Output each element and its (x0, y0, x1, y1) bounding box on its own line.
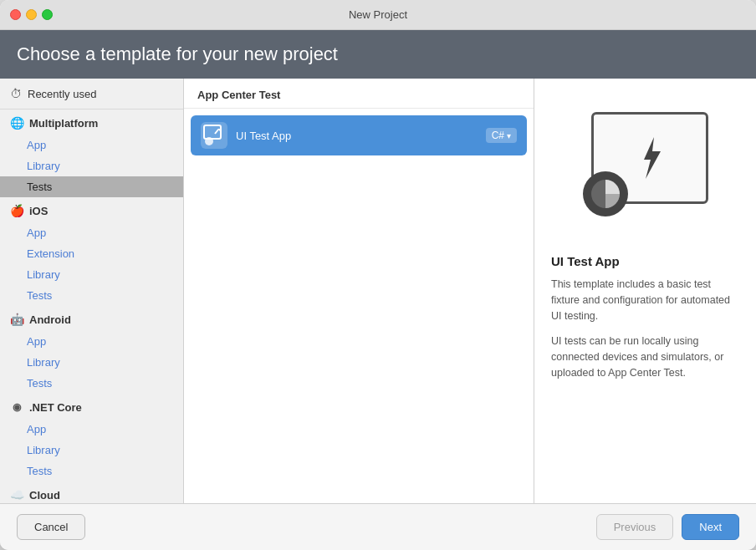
globe-icon: 🌐 (10, 116, 23, 130)
preview-title: UI Test App (551, 254, 739, 268)
minimize-button[interactable] (26, 9, 37, 20)
sidebar: ⏱ Recently used 🌐 Multiplatform App Libr… (0, 79, 184, 503)
sidebar-item-dotnet-tests[interactable]: Tests (0, 461, 183, 481)
sidebar-category-dotnet-label: .NET Core (29, 401, 82, 414)
sidebar-item-dotnet-library[interactable]: Library (0, 440, 183, 461)
window-title: New Project (349, 8, 407, 21)
cloud-icon: ☁️ (10, 488, 23, 502)
cancel-button[interactable]: Cancel (17, 514, 85, 540)
sidebar-category-ios-label: iOS (29, 205, 48, 217)
next-button[interactable]: Next (682, 514, 739, 540)
clock-icon: ⏱ (10, 87, 22, 100)
sidebar-category-multiplatform[interactable]: 🌐 Multiplatform (0, 109, 183, 135)
android-icon: 🤖 (10, 313, 23, 326)
center-panel: App Center Test UI Test App C (184, 79, 534, 503)
sidebar-item-android-library[interactable]: Library (0, 352, 183, 373)
preview-container (583, 112, 708, 221)
sidebar-category-multiplatform-label: Multiplatform (29, 117, 98, 130)
lang-badge-csharp[interactable]: C# ▾ (486, 128, 517, 143)
sidebar-category-android[interactable]: 🤖 Android (0, 306, 183, 331)
recently-used-label: Recently used (28, 88, 96, 100)
apple-icon: 🍎 (10, 204, 23, 217)
sidebar-category-dotnet[interactable]: ◉ .NET Core (0, 394, 183, 419)
dotnet-icon: ◉ (10, 400, 23, 414)
footer-right: Previous Next (596, 514, 739, 540)
pie-icon (583, 171, 628, 216)
sidebar-item-multiplatform-library[interactable]: Library (0, 155, 183, 176)
sidebar-category-android-label: Android (29, 313, 71, 326)
sidebar-item-ios-extension[interactable]: Extension (0, 243, 183, 264)
sidebar-section-dotnet: ◉ .NET Core App Library Tests (0, 394, 183, 481)
sidebar-section-multiplatform: 🌐 Multiplatform App Library Tests (0, 109, 183, 197)
sidebar-category-cloud-label: Cloud (29, 489, 60, 502)
right-panel: UI Test App This template includes a bas… (534, 79, 756, 503)
svg-rect-0 (204, 125, 221, 139)
sidebar-category-cloud[interactable]: ☁️ Cloud (0, 481, 183, 503)
header: Choose a template for your new project (0, 30, 756, 79)
template-item-uitestapp[interactable]: UI Test App C# ▾ (191, 115, 527, 155)
sidebar-item-ios-library[interactable]: Library (0, 264, 183, 285)
chevron-down-icon: ▾ (507, 131, 511, 140)
close-button[interactable] (10, 9, 21, 20)
preview-description-2: UI tests can be run locally using connec… (551, 334, 739, 380)
svg-point-1 (205, 137, 213, 145)
sidebar-item-android-app[interactable]: App (0, 331, 183, 352)
footer: Cancel Previous Next (0, 503, 756, 550)
sidebar-section-cloud: ☁️ Cloud General (0, 481, 183, 503)
preview-description-1: This template includes a basic test fixt… (551, 277, 739, 323)
sidebar-section-android: 🤖 Android App Library Tests (0, 306, 183, 394)
previous-button[interactable]: Previous (596, 514, 674, 540)
sidebar-category-ios[interactable]: 🍎 iOS (0, 197, 183, 222)
center-section-header: App Center Test (184, 79, 534, 109)
lang-label: C# (492, 130, 504, 141)
traffic-lights (10, 9, 53, 20)
svg-marker-3 (644, 137, 661, 179)
sidebar-item-dotnet-app[interactable]: App (0, 419, 183, 440)
sidebar-item-ios-app[interactable]: App (0, 222, 183, 243)
sidebar-item-ios-tests[interactable]: Tests (0, 285, 183, 306)
sidebar-section-ios: 🍎 iOS App Extension Library Tests (0, 197, 183, 306)
sidebar-item-multiplatform-tests[interactable]: Tests (0, 176, 183, 197)
sidebar-item-android-tests[interactable]: Tests (0, 373, 183, 394)
maximize-button[interactable] (42, 9, 53, 20)
page-title: Choose a template for your new project (17, 43, 739, 65)
main-window: New Project Choose a template for your n… (0, 0, 756, 550)
template-name-uitestapp: UI Test App (236, 130, 486, 142)
sidebar-item-multiplatform-app[interactable]: App (0, 135, 183, 155)
template-list: UI Test App C# ▾ (184, 109, 534, 503)
footer-left: Cancel (17, 514, 85, 540)
template-icon-uitestapp (201, 122, 227, 149)
main-content: ⏱ Recently used 🌐 Multiplatform App Libr… (0, 79, 756, 503)
sidebar-item-recently-used[interactable]: ⏱ Recently used (0, 79, 183, 109)
title-bar: New Project (0, 0, 756, 30)
preview-icon-area (551, 95, 739, 237)
